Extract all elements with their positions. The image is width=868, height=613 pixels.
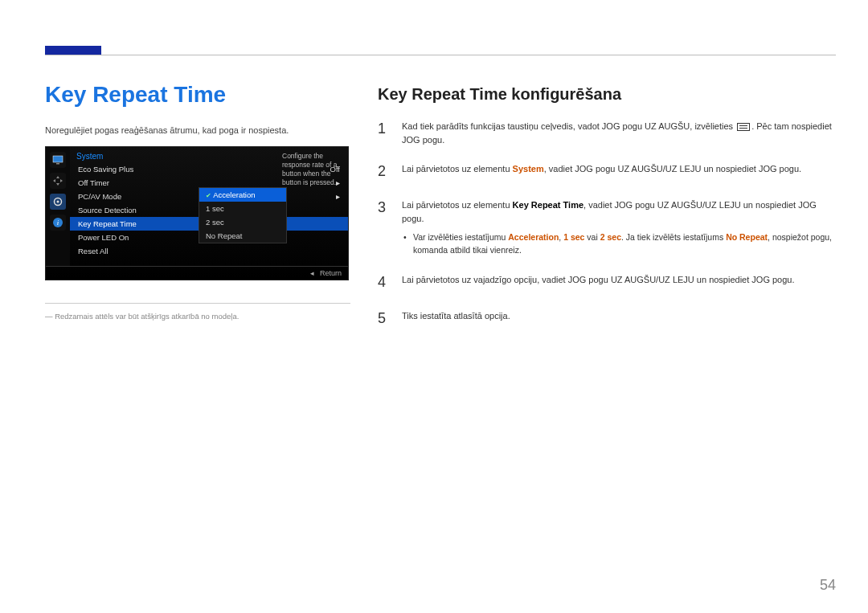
step-item: 3Lai pārvietotos uz elementu Key Repeat … — [378, 197, 836, 257]
osd-submenu-row: Acceleration — [199, 188, 286, 202]
step-number: 2 — [378, 161, 391, 182]
step-subnote: Var izvēlēties iestatījumu Acceleration,… — [402, 231, 836, 257]
info-icon: i — [50, 215, 66, 231]
return-label: Return — [320, 269, 342, 277]
page-title: Key Repeat Time — [45, 82, 350, 108]
osd-tooltip: Configure the response rate of a button … — [282, 152, 345, 187]
right-column: Key Repeat Time konfigurēšana 1Kad tiek … — [378, 55, 836, 581]
gear-icon — [50, 194, 66, 210]
arrows-icon — [50, 173, 66, 189]
step-item: 5Tiks iestatīta atlasītā opcija. — [378, 308, 836, 329]
step-text: Tiks iestatīta atlasītā opcija. — [402, 308, 836, 329]
osd-submenu-row: 1 sec — [199, 202, 286, 215]
step-text: Lai pārvietotos uz elementu Key Repeat T… — [402, 197, 836, 257]
section-description: Noregulējiet pogas reaģēšanas ātrumu, ka… — [45, 125, 350, 135]
osd-menu-row: Reset All — [70, 244, 348, 258]
page-content: Key Repeat Time Noregulējiet pogas reaģē… — [45, 55, 836, 581]
back-icon: ◂ — [310, 269, 314, 277]
osd-submenu: Acceleration1 sec2 secNo Repeat — [199, 187, 287, 243]
osd-sidebar: i — [46, 147, 70, 266]
step-number: 5 — [378, 308, 391, 329]
step-item: 1Kad tiek parādīts funkcijas taustiņu ce… — [378, 118, 836, 146]
page-number: 54 — [820, 577, 836, 594]
step-item: 2Lai pārvietotos uz elementu System, vad… — [378, 161, 836, 182]
step-text: Kad tiek parādīts funkcijas taustiņu ceļ… — [402, 118, 836, 146]
step-text: Lai pārvietotos uz vajadzīgo opciju, vad… — [402, 272, 836, 293]
step-number: 3 — [378, 197, 391, 257]
osd-footer: ◂ Return — [46, 266, 348, 280]
menu-icon — [737, 123, 750, 131]
osd-screenshot: i System Eco Saving PlusOffOff Timer▸PC/… — [45, 146, 349, 280]
step-item: 4Lai pārvietotos uz vajadzīgo opciju, va… — [378, 272, 836, 293]
steps-list: 1Kad tiek parādīts funkcijas taustiņu ce… — [378, 118, 836, 329]
svg-rect-1 — [56, 163, 59, 165]
divider — [45, 303, 350, 304]
section-title: Key Repeat Time konfigurēšana — [378, 85, 836, 104]
svg-rect-0 — [53, 156, 63, 162]
left-column: Key Repeat Time Noregulējiet pogas reaģē… — [45, 55, 350, 581]
osd-submenu-row: 2 sec — [199, 215, 286, 229]
footnote: Redzamais attēls var būt atšķirīgs atkar… — [45, 312, 350, 321]
step-number: 1 — [378, 118, 391, 146]
header-accent — [45, 46, 101, 55]
step-text: Lai pārvietotos uz elementu System, vadi… — [402, 161, 836, 182]
step-number: 4 — [378, 272, 391, 293]
svg-point-3 — [57, 201, 59, 203]
osd-submenu-row: No Repeat — [199, 229, 286, 243]
monitor-icon — [50, 152, 66, 168]
